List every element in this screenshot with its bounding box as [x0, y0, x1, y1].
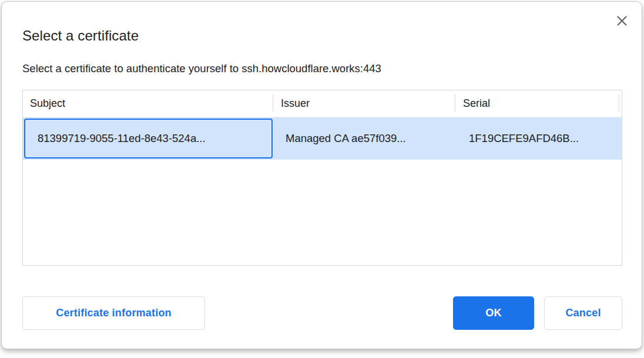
- cell-issuer[interactable]: Managed CA ae57f039...: [273, 117, 456, 160]
- cell-subject[interactable]: 81399719-9055-11ed-8e43-524a...: [24, 119, 273, 158]
- dialog-subtitle: Select a certificate to authenticate you…: [22, 62, 381, 75]
- certificate-information-button[interactable]: Certificate information: [22, 296, 205, 330]
- cancel-button[interactable]: Cancel: [544, 296, 622, 330]
- cell-serial[interactable]: 1F19CEFE9AFD46B...: [456, 117, 622, 160]
- column-header-issuer[interactable]: Issuer: [273, 90, 455, 117]
- certificate-picker-dialog: Select a certificate Select a certificat…: [1, 1, 642, 349]
- table-empty-area: [23, 160, 622, 266]
- close-button[interactable]: [615, 13, 629, 28]
- column-header-spacer: [619, 90, 622, 117]
- table-header-row: Subject Issuer Serial: [23, 90, 622, 117]
- page-title: Select a certificate: [22, 28, 139, 44]
- close-icon: [616, 15, 628, 26]
- column-header-subject[interactable]: Subject: [23, 90, 273, 117]
- certificate-table: Subject Issuer Serial 81399719-9055-11ed…: [22, 90, 622, 266]
- ok-button[interactable]: OK: [453, 296, 534, 330]
- column-header-serial[interactable]: Serial: [455, 90, 619, 117]
- table-row-certificate-selected[interactable]: 81399719-9055-11ed-8e43-524a... Managed …: [23, 117, 622, 160]
- screen: Select a certificate Select a certificat…: [0, 0, 644, 358]
